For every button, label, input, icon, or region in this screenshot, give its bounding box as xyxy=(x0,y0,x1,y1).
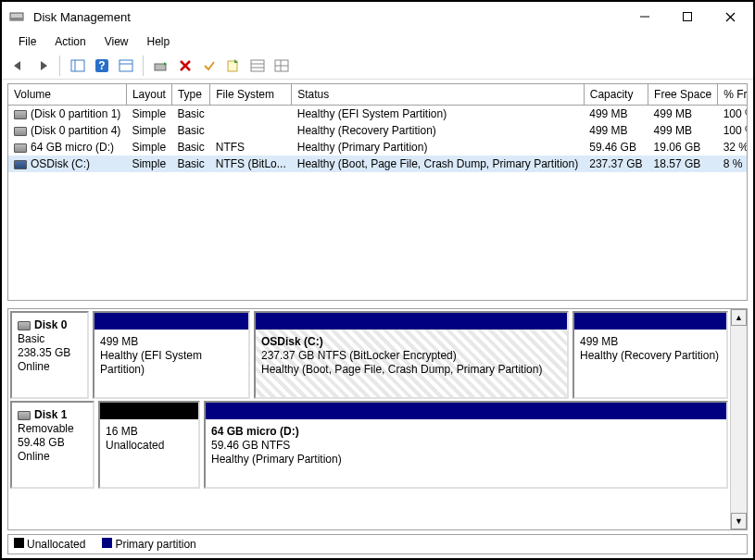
disk-management-window: Disk Management File Action View Help ? … xyxy=(0,0,755,560)
disk-icon xyxy=(14,143,27,153)
toolbar-separator xyxy=(59,56,61,76)
volume-row[interactable]: (Disk 0 partition 4)SimpleBasicHealthy (… xyxy=(8,122,748,139)
scroll-down-button[interactable]: ▼ xyxy=(731,513,747,529)
maximize-button[interactable] xyxy=(666,3,709,31)
app-icon xyxy=(9,9,24,24)
table-cell: OSDisk (C:) xyxy=(8,156,126,172)
partition-header xyxy=(206,403,726,419)
table-cell: 100 % xyxy=(718,122,748,139)
list-view-button[interactable] xyxy=(246,55,269,77)
svg-text:?: ? xyxy=(98,59,105,72)
menu-file[interactable]: File xyxy=(11,33,44,50)
scroll-up-button[interactable]: ▲ xyxy=(731,309,747,326)
table-cell: Healthy (Recovery Partition) xyxy=(292,122,584,139)
legend-item: Unallocated xyxy=(14,538,85,551)
disk-icon xyxy=(14,127,27,136)
table-cell: NTFS xyxy=(210,139,292,156)
table-cell: Healthy (Boot, Page File, Crash Dump, Pr… xyxy=(292,156,584,172)
delete-button[interactable] xyxy=(174,55,196,77)
table-cell: 19.06 GB xyxy=(648,139,718,156)
column-header[interactable]: Type xyxy=(171,84,209,106)
partitions-container: 16 MBUnallocated64 GB micro (D:)59.46 GB… xyxy=(98,401,728,489)
table-cell: 499 MB xyxy=(648,106,718,123)
partition-body: 64 GB micro (D:)59.46 GB NTFSHealthy (Pr… xyxy=(206,419,726,487)
column-header[interactable]: % Free xyxy=(718,84,748,106)
disk-icon xyxy=(18,411,31,420)
table-cell: 8 % xyxy=(718,156,748,172)
volume-row[interactable]: (Disk 0 partition 1)SimpleBasicHealthy (… xyxy=(8,106,748,123)
menu-action[interactable]: Action xyxy=(47,33,93,50)
column-header[interactable]: Capacity xyxy=(584,84,648,106)
volume-list-panel: VolumeLayoutTypeFile SystemStatusCapacit… xyxy=(7,83,748,301)
svg-rect-10 xyxy=(120,60,132,71)
toolbar: ? xyxy=(2,52,753,80)
column-header[interactable]: Layout xyxy=(126,84,171,106)
partition[interactable]: 16 MBUnallocated xyxy=(98,401,200,489)
table-cell: 64 GB micro (D:) xyxy=(8,139,126,156)
menu-help[interactable]: Help xyxy=(140,33,178,50)
table-cell: Simple xyxy=(126,106,171,123)
legend: UnallocatedPrimary partition xyxy=(7,534,748,554)
window-title: Disk Management xyxy=(30,10,623,24)
table-cell: Healthy (EFI System Partition) xyxy=(292,106,584,123)
partition-header xyxy=(574,313,726,330)
legend-swatch xyxy=(102,538,112,548)
disk-icon xyxy=(18,321,31,330)
disk-info[interactable]: Disk 0Basic238.35 GBOnline xyxy=(10,311,89,399)
column-header[interactable]: Free Space xyxy=(648,84,718,106)
disk-row: Disk 1Removable59.48 GBOnline16 MBUnallo… xyxy=(10,401,728,489)
disk-icon xyxy=(14,110,27,119)
disk-graphical-panel: Disk 0Basic238.35 GBOnline499 MBHealthy … xyxy=(7,308,748,530)
partition[interactable]: 499 MBHealthy (Recovery Partition) xyxy=(573,311,728,399)
minimize-button[interactable] xyxy=(623,3,666,31)
table-cell: Basic xyxy=(171,139,209,156)
partition-header xyxy=(94,313,248,330)
svg-rect-3 xyxy=(684,13,692,21)
table-cell: Basic xyxy=(171,106,209,123)
partition[interactable]: 499 MBHealthy (EFI System Partition) xyxy=(93,311,250,399)
disk-graph-area[interactable]: Disk 0Basic238.35 GBOnline499 MBHealthy … xyxy=(8,309,730,529)
disk-info[interactable]: Disk 1Removable59.48 GBOnline xyxy=(10,401,94,489)
view-settings-button[interactable] xyxy=(115,55,137,77)
forward-button[interactable] xyxy=(31,55,54,77)
svg-rect-6 xyxy=(71,60,84,71)
table-cell: Simple xyxy=(126,139,171,156)
close-button[interactable] xyxy=(709,3,751,31)
back-button[interactable] xyxy=(7,55,30,77)
table-cell: 18.57 GB xyxy=(648,156,718,172)
partition[interactable]: 64 GB micro (D:)59.46 GB NTFSHealthy (Pr… xyxy=(204,401,728,489)
show-hide-tree-button[interactable] xyxy=(67,55,89,77)
volume-table[interactable]: VolumeLayoutTypeFile SystemStatusCapacit… xyxy=(8,84,748,172)
table-cell: 499 MB xyxy=(648,122,718,139)
vertical-scrollbar[interactable]: ▲ ▼ xyxy=(730,309,747,529)
help-button[interactable]: ? xyxy=(91,55,113,77)
column-header[interactable]: Volume xyxy=(8,84,126,106)
wizard-button[interactable] xyxy=(222,55,245,77)
table-cell: 100 % xyxy=(718,106,748,123)
titlebar[interactable]: Disk Management xyxy=(2,2,753,31)
detail-view-button[interactable] xyxy=(271,55,293,77)
disk-icon xyxy=(14,160,27,169)
partition-header xyxy=(256,313,567,330)
apply-button[interactable] xyxy=(198,55,220,77)
table-cell: 499 MB xyxy=(584,122,648,139)
partition[interactable]: OSDisk (C:)237.37 GB NTFS (BitLocker Enc… xyxy=(254,311,569,399)
svg-rect-16 xyxy=(251,60,264,71)
partition-header xyxy=(100,403,198,419)
menu-view[interactable]: View xyxy=(97,33,136,50)
table-cell: Healthy (Primary Partition) xyxy=(292,139,584,156)
table-cell: Simple xyxy=(126,156,171,172)
partitions-container: 499 MBHealthy (EFI System Partition)OSDi… xyxy=(93,311,728,399)
refresh-button[interactable] xyxy=(150,55,172,77)
table-cell: 59.46 GB xyxy=(584,139,648,156)
volume-row[interactable]: 64 GB micro (D:)SimpleBasicNTFSHealthy (… xyxy=(8,139,748,156)
table-cell: (Disk 0 partition 1) xyxy=(8,106,126,123)
legend-swatch xyxy=(14,538,24,548)
column-header[interactable]: File System xyxy=(210,84,292,106)
volume-row[interactable]: OSDisk (C:)SimpleBasicNTFS (BitLo...Heal… xyxy=(8,156,748,172)
menubar: File Action View Help xyxy=(2,31,753,52)
table-cell: 237.37 GB xyxy=(584,156,648,172)
scroll-track[interactable] xyxy=(731,326,747,513)
column-header[interactable]: Status xyxy=(292,84,584,106)
table-cell: Basic xyxy=(171,122,209,139)
